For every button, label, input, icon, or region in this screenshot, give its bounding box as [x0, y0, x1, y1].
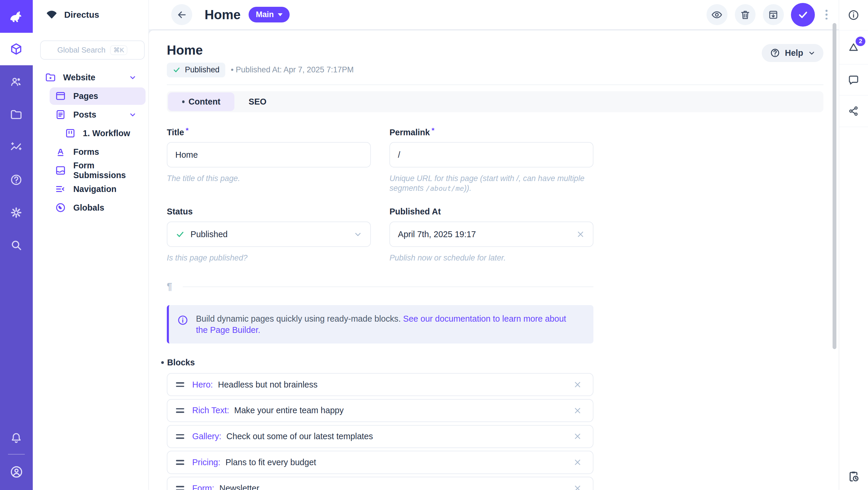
remove-x-icon[interactable] — [571, 378, 585, 391]
remove-x-icon[interactable] — [571, 482, 585, 490]
block-type-link[interactable]: Gallery: — [192, 431, 221, 441]
arrow-left-icon — [176, 9, 187, 20]
permalink-input[interactable]: / — [390, 142, 593, 167]
nav-item-website[interactable]: Website — [33, 69, 146, 86]
document-icon — [55, 109, 66, 121]
clear-x-icon[interactable] — [576, 230, 585, 239]
remove-x-icon[interactable] — [571, 404, 585, 417]
nav-label: Form Submissions — [73, 161, 146, 180]
kanban-icon — [64, 127, 76, 139]
status-value: Published — [190, 229, 228, 239]
sidebar-flows-button[interactable] — [847, 470, 860, 483]
published-at-input[interactable]: April 7th, 2025 19:17 — [390, 221, 593, 247]
version-label: Main — [256, 10, 274, 19]
tab-seo[interactable]: SEO — [235, 92, 280, 111]
block-row-hero[interactable]: Hero: Headless but not brainless — [167, 373, 593, 396]
module-content[interactable] — [0, 33, 33, 66]
global-search-input[interactable] — [57, 46, 106, 54]
block-type-link[interactable]: Form: — [192, 484, 214, 490]
help-button[interactable]: Help — [762, 44, 824, 62]
status-select[interactable]: Published — [167, 221, 371, 247]
field-published-at: Published At April 7th, 2025 19:17 Publi… — [390, 207, 593, 263]
archive-button[interactable] — [763, 4, 784, 25]
directus-app: Directus ⌘K Website Pages — [0, 0, 868, 490]
delete-button[interactable] — [735, 4, 756, 25]
nav-item-posts[interactable]: Posts — [50, 106, 146, 123]
block-title: Plans to fit every budget — [225, 458, 316, 467]
user-menu-button[interactable] — [0, 457, 33, 486]
sidebar-info-button[interactable] — [839, 0, 868, 30]
nav-item-workflow[interactable]: 1. Workflow — [50, 125, 146, 142]
nav-label: Forms — [73, 147, 99, 157]
rabbit-icon — [8, 8, 25, 25]
info-icon — [177, 314, 189, 336]
item-title: Home — [167, 43, 354, 58]
remove-x-icon[interactable] — [571, 430, 585, 443]
vertical-scrollbar[interactable] — [833, 23, 836, 349]
module-insights[interactable] — [0, 131, 33, 164]
sidebar-comments-button[interactable] — [839, 64, 868, 95]
block-row-pricing[interactable]: Pricing: Plans to fit every budget — [167, 451, 593, 474]
nav-item-globals[interactable]: Globals — [50, 199, 146, 216]
check-icon — [173, 66, 181, 74]
drag-handle-icon[interactable] — [176, 484, 185, 490]
sidebar-notifications-button[interactable]: 2 — [839, 30, 868, 64]
nav-item-navigation[interactable]: Navigation — [50, 180, 146, 198]
page-header: Home Main — [149, 0, 839, 29]
directus-logo[interactable] — [0, 0, 33, 33]
project-fan-icon — [45, 8, 58, 21]
chevron-down-icon — [808, 49, 816, 57]
block-type-link[interactable]: Pricing: — [192, 458, 220, 467]
block-type-link[interactable]: Rich Text: — [192, 405, 229, 415]
nav-item-forms[interactable]: Forms — [50, 143, 146, 161]
right-sidebar: 2 — [839, 0, 868, 490]
notifications-bell-button[interactable] — [0, 425, 33, 451]
save-button[interactable] — [791, 3, 814, 27]
pilcrow-icon: ¶ — [167, 281, 172, 292]
share-icon — [848, 105, 860, 117]
block-type-link[interactable]: Hero: — [192, 380, 213, 390]
check-icon — [175, 229, 185, 239]
block-title: Headless but not brainless — [218, 380, 317, 390]
remove-x-icon[interactable] — [571, 456, 585, 469]
back-button[interactable] — [171, 4, 192, 25]
module-settings[interactable] — [0, 196, 33, 229]
preview-button[interactable] — [707, 4, 727, 25]
field-note: The title of this page. — [167, 174, 371, 183]
module-help[interactable] — [0, 164, 33, 196]
comment-icon — [847, 73, 860, 86]
nav-item-form-submissions[interactable]: Form Submissions — [50, 162, 146, 179]
bell-icon — [10, 431, 23, 445]
tab-bar: Content SEO — [167, 91, 824, 112]
page-title: Home — [205, 7, 241, 22]
sidebar-share-button[interactable] — [839, 95, 868, 127]
module-search[interactable] — [0, 229, 33, 262]
module-files[interactable] — [0, 98, 33, 131]
block-row-gallery[interactable]: Gallery: Check out some of our latest te… — [167, 425, 593, 448]
nav-item-pages[interactable]: Pages — [50, 87, 146, 105]
module-users[interactable] — [0, 65, 33, 98]
status-text: Published — [185, 65, 219, 74]
more-options-button[interactable] — [822, 7, 831, 22]
drag-handle-icon[interactable] — [176, 458, 185, 467]
chevron-down-icon[interactable] — [129, 111, 137, 119]
nav-label: Posts — [73, 110, 96, 120]
global-search[interactable]: ⌘K — [40, 40, 145, 60]
drag-handle-icon[interactable] — [176, 406, 185, 415]
block-row-rich-text[interactable]: Rich Text: Make your entire team happy — [167, 399, 593, 422]
title-input[interactable]: Home — [167, 142, 371, 167]
version-dropdown[interactable]: Main — [249, 7, 290, 23]
workspace-name: Directus — [64, 10, 99, 20]
blocks-field-label: Blocks — [167, 358, 824, 367]
field-status: Status Published Is this page published? — [167, 207, 371, 263]
caret-down-icon — [278, 13, 283, 16]
edited-dot — [161, 361, 164, 364]
tab-content[interactable]: Content — [168, 92, 235, 111]
workspace-header[interactable]: Directus — [33, 0, 149, 29]
drag-handle-icon[interactable] — [176, 432, 185, 441]
block-row-form[interactable]: Form: Newsletter — [167, 477, 593, 490]
chevron-down-icon[interactable] — [129, 73, 137, 82]
drag-handle-icon[interactable] — [176, 380, 185, 389]
nav-label: Pages — [73, 91, 98, 101]
list-arrow-icon — [55, 183, 66, 195]
